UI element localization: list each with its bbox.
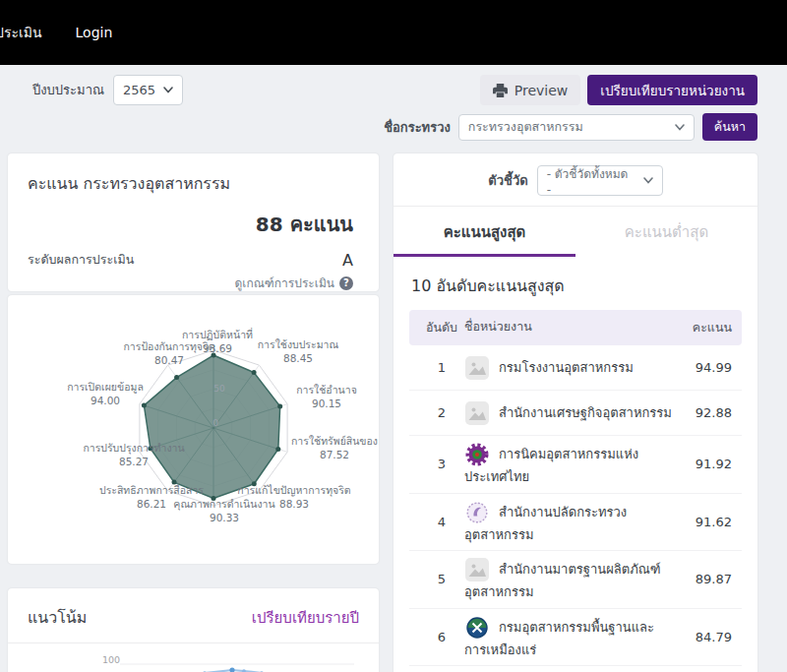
svg-text:86.21: 86.21 <box>137 498 166 510</box>
top-navbar: ประเมิน Login <box>0 0 787 65</box>
column-header-agency: ชื่อหน่วยงาน <box>464 318 681 337</box>
svg-text:88.93: 88.93 <box>279 498 309 510</box>
toolbar: ปีงบประมาณ 2565 Preview เปรียบเทียบรายหน… <box>8 75 757 105</box>
rank-cell: 5 <box>419 572 464 586</box>
image-placeholder-icon <box>464 557 490 582</box>
level-label: ระดับผลการประเมิน <box>28 250 134 270</box>
chevron-down-icon <box>163 87 173 93</box>
ranking-tabs: คะแนนสูงสุด คะแนนต่ำสุด <box>394 207 757 257</box>
agency-name: สำนักงานมาตรฐานผลิตภัณฑ์อุตสาหกรรม <box>464 562 661 600</box>
chevron-down-icon <box>643 177 653 184</box>
svg-text:80.47: 80.47 <box>154 354 184 366</box>
score-cell: 89.87 <box>681 572 732 586</box>
ministry-label: ชื่อกระทรวง <box>384 117 451 138</box>
criteria-link[interactable]: ดูเกณฑ์การประเมิน ? <box>28 274 353 291</box>
criteria-link-label: ดูเกณฑ์การประเมิน <box>235 274 334 291</box>
nav-item-login[interactable]: Login <box>76 25 113 40</box>
ranking-panel: ตัวชี้วัด - ตัวชี้วัดทั้งหมด - คะแนนสูงส… <box>394 153 757 672</box>
table-row[interactable]: 3การนิคมอุตสาหกรรมแห่งประเทศไทย91.92 <box>409 436 742 494</box>
svg-text:การปฏิบัติหน้าที่: การปฏิบัติหน้าที่ <box>182 328 253 340</box>
score-cell: 91.62 <box>681 515 732 529</box>
svg-text:0: 0 <box>212 418 218 428</box>
score-cell: 92.88 <box>681 405 732 420</box>
svg-text:การใช้อำนาจ: การใช้อำนาจ <box>296 384 357 396</box>
tab-lowest-scores[interactable]: คะแนนต่ำสุด <box>575 207 757 257</box>
column-header-score: คะแนน <box>681 318 732 337</box>
svg-text:การป้องกันการทุจริต: การป้องกันการทุจริต <box>124 340 215 353</box>
compare-yearly-link[interactable]: เปรียบเทียบรายปี <box>252 606 359 630</box>
svg-text:คุณภาพการดำเนินงาน: คุณภาพการดำเนินงาน <box>173 498 274 511</box>
agency-name-cell: การนิคมอุตสาหกรรมแห่งประเทศไทย <box>464 442 681 487</box>
chevron-down-icon <box>675 124 685 131</box>
tab-highest-scores[interactable]: คะแนนสูงสุด <box>394 207 575 257</box>
agency-name: การนิคมอุตสาหกรรมแห่งประเทศไทย <box>464 447 638 485</box>
rank-cell: 3 <box>419 457 464 471</box>
rank-cell: 4 <box>419 515 464 529</box>
agency-logo-icon <box>464 442 490 467</box>
table-row[interactable]: 2สำนักงานเศรษฐกิจอุตสาหกรรม92.88 <box>409 391 742 436</box>
svg-text:การใช้งบประมาณ: การใช้งบประมาณ <box>258 338 339 350</box>
agency-name: สำนักงานเศรษฐกิจอุตสาหกรรม <box>499 404 672 419</box>
score-card: คะแนน กระทรวงอุตสาหกรรม 88 คะแนน ระดับผล… <box>8 153 379 291</box>
svg-text:ประสิทธิภาพการสื่อสาร: ประสิทธิภาพการสื่อสาร <box>99 483 204 496</box>
score-cell: 94.99 <box>681 360 732 375</box>
image-placeholder-icon <box>464 400 490 426</box>
ministry-select-value: กระทรวงอุตสาหกรรม <box>468 117 583 137</box>
indicator-filter-row: ตัวชี้วัด - ตัวชี้วัดทั้งหมด - <box>394 153 757 207</box>
ranking-table: อันดับ ชื่อหน่วยงาน คะแนน 1กรมโรงงานอุตส… <box>409 310 742 672</box>
agency-name: กรมโรงงานอุตสาหกรรม <box>499 359 634 374</box>
preview-label: Preview <box>515 83 569 98</box>
ministry-search-row: ชื่อกระทรวง กระทรวงอุตสาหกรรม ค้นหา <box>8 113 757 141</box>
table-header-row: อันดับ ชื่อหน่วยงาน คะแนน <box>409 310 742 345</box>
svg-text:88.45: 88.45 <box>283 352 313 364</box>
column-header-rank: อันดับ <box>419 318 464 337</box>
trend-title: แนวโน้ม <box>28 605 87 630</box>
fiscal-year-value: 2565 <box>123 83 155 97</box>
fiscal-year-select[interactable]: 2565 <box>113 75 183 105</box>
preview-button[interactable]: Preview <box>480 75 581 105</box>
ministry-select[interactable]: กระทรวงอุตสาหกรรม <box>458 114 695 141</box>
page-content: ปีงบประมาณ 2565 Preview เปรียบเทียบรายหน… <box>0 65 787 672</box>
svg-text:การใช้ทรัพย์สินของ: การใช้ทรัพย์สินของ <box>291 435 378 447</box>
score-value: 88 คะแนน <box>28 209 353 240</box>
svg-text:90.33: 90.33 <box>210 512 239 523</box>
printer-icon <box>493 84 508 97</box>
radar-card: 050การปฏิบัติหน้าที่93.69การใช้งบประมาณ8… <box>8 295 379 564</box>
nav-item-assessment[interactable]: ประเมิน <box>0 22 42 43</box>
ranking-heading: 10 อันดับคะแนนสูงสุด <box>394 257 757 306</box>
svg-text:94.00: 94.00 <box>91 395 120 406</box>
table-row[interactable]: 5สำนักงานมาตรฐานผลิตภัณฑ์อุตสาหกรรม89.87 <box>409 551 742 609</box>
table-row[interactable]: 7Sกรมส่งเสริมอุตสาหกรรม79.79 <box>409 666 742 672</box>
ranking-table-body: 1กรมโรงงานอุตสาหกรรม94.992สำนักงานเศรษฐก… <box>409 345 742 672</box>
image-placeholder-icon <box>464 355 490 381</box>
agency-name-cell: กรมโรงงานอุตสาหกรรม <box>464 355 681 381</box>
score-card-title: คะแนน กระทรวงอุตสาหกรรม <box>28 171 353 196</box>
fiscal-year-label: ปีงบประมาณ <box>32 80 104 100</box>
agency-logo-icon <box>464 615 490 641</box>
agency-name: กรมอุตสาหกรรมพื้นฐานและการเหมืองแร่ <box>464 619 654 657</box>
agency-name-cell: สำนักงานเศรษฐกิจอุตสาหกรรม <box>464 400 681 426</box>
agency-logo-icon <box>464 500 490 525</box>
svg-text:การเปิดเผยข้อมูล: การเปิดเผยข้อมูล <box>67 381 144 394</box>
help-icon[interactable]: ? <box>339 276 353 290</box>
svg-text:50: 50 <box>213 384 225 394</box>
agency-name-cell: สำนักงานมาตรฐานผลิตภัณฑ์อุตสาหกรรม <box>464 557 681 602</box>
compare-units-button[interactable]: เปรียบเทียบรายหน่วยงาน <box>587 75 757 105</box>
svg-text:90.15: 90.15 <box>312 397 341 409</box>
level-value: A <box>342 251 353 270</box>
svg-text:85.27: 85.27 <box>119 456 149 467</box>
svg-text:การแก้ไขปัญหาการทุจริต: การแก้ไขปัญหาการทุจริต <box>237 484 351 497</box>
trend-line-chart: 100 <box>8 643 379 672</box>
search-button[interactable]: ค้นหา <box>702 113 757 141</box>
indicator-select[interactable]: - ตัวชี้วัดทั้งหมด - <box>537 165 663 196</box>
indicator-select-value: - ตัวชี้วัดทั้งหมด - <box>547 164 636 197</box>
rank-cell: 1 <box>419 360 464 375</box>
table-row[interactable]: 4สำนักงานปลัดกระทรวงอุตสาหกรรม91.62 <box>409 494 742 552</box>
trend-card: แนวโน้ม เปรียบเทียบรายปี 100 <box>8 588 379 672</box>
table-row[interactable]: 1กรมโรงงานอุตสาหกรรม94.99 <box>409 345 742 391</box>
radar-chart: 050การปฏิบัติหน้าที่93.69การใช้งบประมาณ8… <box>8 295 379 564</box>
svg-text:การปรับปรุงการทำงาน: การปรับปรุงการทำงาน <box>83 442 184 455</box>
svg-text:87.52: 87.52 <box>320 449 349 460</box>
indicator-label: ตัวชี้วัด <box>488 170 527 191</box>
table-row[interactable]: 6กรมอุตสาหกรรมพื้นฐานและการเหมืองแร่84.7… <box>409 609 742 667</box>
